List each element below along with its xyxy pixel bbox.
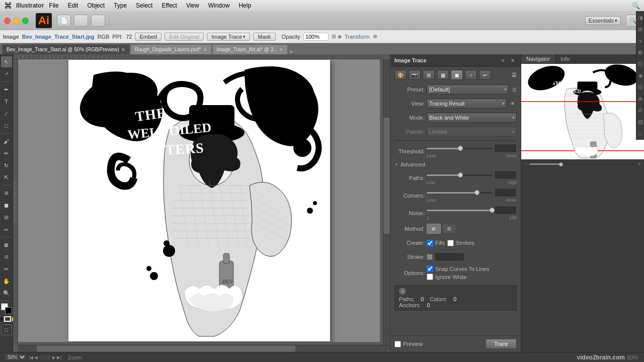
menu-help[interactable]: Help [234,1,255,10]
preset-options-icon[interactable]: ☰ [512,87,517,93]
menu-window[interactable]: Window [204,1,234,10]
type-tool[interactable]: T [1,96,12,107]
horizontal-scrollbar[interactable] [18,345,388,352]
select-tool[interactable]: ↖ [1,56,12,67]
new-doc-button[interactable]: 📄 [57,15,71,27]
fills-label[interactable]: Fills [435,240,445,246]
column-graph-tool[interactable]: ▦ [1,239,12,250]
preset-select[interactable]: [Default] [427,84,509,95]
tab-close-0[interactable]: ✕ [121,47,125,52]
tab-0[interactable]: Bev_Image_Trace_Start.ai @ 50% (RGB/Prev… [2,44,130,54]
transform-link[interactable]: Transform [345,34,370,40]
tab-close-2[interactable]: ✕ [279,47,283,52]
canvas-content[interactable]: BEV [18,59,380,342]
mesh-tool[interactable]: ⊞ [1,188,12,199]
menu-object[interactable]: Object [83,1,109,10]
preset-menu-icon[interactable]: ↩ [479,70,491,80]
high-color-icon[interactable]: 📷 [409,70,421,80]
image-trace-button[interactable]: Image Trace ▾ [207,33,250,41]
color-panel-icon[interactable]: ◑ [635,13,645,23]
nav-zoom-in-icon[interactable]: + [638,161,641,167]
artwork[interactable]: BEV [68,60,330,341]
nav-zoom-out-icon[interactable]: − [524,161,527,167]
line-tool[interactable]: ∕ [1,108,12,119]
pencil-tool[interactable]: ✏ [1,148,12,159]
menu-file[interactable]: File [45,1,62,10]
search-icon[interactable]: 🔍 [632,2,640,10]
tab-overflow-arrow[interactable]: » [289,48,292,54]
first-page-button[interactable]: |◀ [29,355,33,360]
opacity-input[interactable] [303,33,329,41]
maximize-button[interactable] [22,18,29,24]
paths-value-input[interactable]: 50% [494,170,517,179]
mask-button[interactable]: Mask [253,33,275,41]
ignore-white-checkbox[interactable] [427,274,433,280]
tab-info[interactable]: Info [555,54,575,63]
align-icon[interactable]: ⊕ [373,33,377,40]
menu-view[interactable]: View [182,1,203,10]
preview-label[interactable]: Preview [403,341,423,347]
snap-curves-label[interactable]: Snap Curves To Lines [435,266,489,272]
nav-zoom-slider[interactable] [529,163,636,165]
transform-panel-icon[interactable]: ⊕ [635,94,645,104]
rotate-tool[interactable]: ↻ [1,160,12,171]
zoom-tool[interactable]: 🔍 [1,288,12,299]
gradient-tool[interactable]: ◼ [1,200,12,211]
tab-navigator[interactable]: Navigator [521,54,555,63]
view-select[interactable]: Tracing Result [427,99,507,109]
stroke-icon[interactable] [4,316,11,322]
method-overlapping-button[interactable]: ⊟ [442,224,456,234]
menu-edit[interactable]: Edit [64,1,83,10]
preview-checkbox[interactable] [394,341,401,347]
menu-select[interactable]: Select [132,1,156,10]
page-input[interactable]: 1 [39,354,51,360]
arrange-dropdown[interactable]: ▾ [91,15,105,27]
last-page-button[interactable]: ▶| [57,355,61,360]
paths-track[interactable] [427,174,492,176]
eyedropper-tool[interactable]: ⊘ [1,212,12,223]
tab-close-1[interactable]: ✕ [203,47,207,52]
zoom-select[interactable]: 50% [4,353,27,361]
edit-original-button[interactable]: Edit Original [165,33,204,41]
auto-color-icon[interactable]: 🎨 [394,70,407,80]
color-swatch[interactable] [1,303,12,314]
arrange-button[interactable]: ⊞ [74,15,88,27]
close-button[interactable] [4,18,11,24]
mode-select[interactable]: Black and White [427,113,517,123]
outline-icon[interactable]: ○ [465,70,477,80]
apple-menu[interactable]: ⌘ [4,1,12,11]
panel-menu-button[interactable]: ≡ [499,56,507,64]
vertical-scrollbar[interactable] [383,59,390,350]
next-page-button[interactable]: ▶ [52,355,56,360]
canvas-area[interactable]: | | | | | | | | | | | | | | | | | | | | … [13,54,390,352]
rect-tool[interactable]: □ [1,120,12,131]
stroke-value-input[interactable]: 10 px [434,252,464,261]
snap-curves-checkbox[interactable] [427,265,433,272]
view-eye-icon[interactable]: 👁 [509,100,517,108]
fill-icon[interactable] [0,316,4,322]
advanced-toggle[interactable]: ▼ Advanced [394,161,517,167]
noise-value-input[interactable]: 100 px [494,206,517,215]
panel-collapse-button[interactable]: ✕ [509,56,517,64]
corners-value-input[interactable]: 75% [494,188,517,197]
threshold-track[interactable] [427,148,492,149]
threshold-value-input[interactable]: 128 [494,144,517,153]
artboards-icon[interactable]: □ [635,128,645,138]
black-white-icon[interactable]: ◼ [451,70,463,80]
direct-select-tool[interactable]: ↗ [1,68,12,79]
hand-tool[interactable]: ✋ [1,276,12,287]
method-abutting-button[interactable]: ⊞ [427,224,441,234]
minimize-button[interactable] [13,18,20,24]
corners-thumb[interactable] [474,190,479,195]
noise-track[interactable] [427,210,492,211]
prev-page-button[interactable]: ◀ [34,355,38,360]
strokes-label[interactable]: Strokes [456,240,474,246]
brushes-panel-icon[interactable]: ∿ [635,36,645,46]
stroke-color-swatch[interactable] [427,254,433,260]
grayscale-icon[interactable]: ▦ [437,70,449,80]
ignore-white-label[interactable]: Ignore White [435,274,466,280]
trace-button[interactable]: Trace [486,339,517,349]
fills-checkbox[interactable] [427,240,433,246]
low-color-icon[interactable]: ⊞ [423,70,435,80]
corners-track[interactable] [427,192,492,194]
